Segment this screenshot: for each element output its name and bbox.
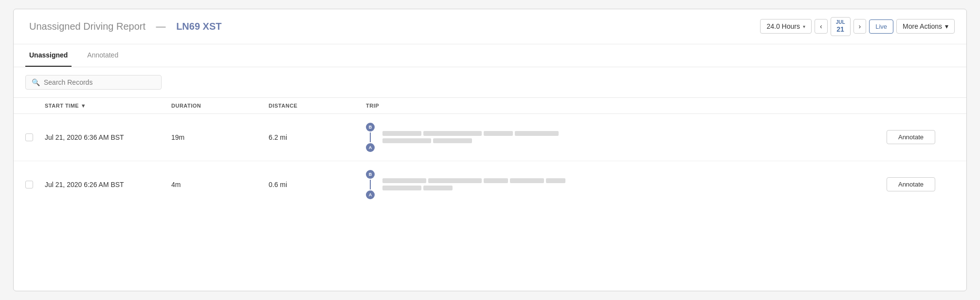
blurred-row-2 <box>382 138 559 143</box>
row-1-checkbox-cell <box>25 133 45 141</box>
more-actions-chevron-icon: ▾ <box>945 22 948 30</box>
blurred-block <box>546 178 565 183</box>
trip-point-a: A <box>366 143 375 152</box>
tab-annotated[interactable]: Annotated <box>83 44 122 67</box>
chevron-down-icon: ▾ <box>803 24 805 29</box>
row-2-trip: B A <box>366 170 887 199</box>
hours-selector-button[interactable]: 24.0 Hours ▾ <box>760 19 811 34</box>
header-controls: 24.0 Hours ▾ ‹ JUL 21 › Live More Action… <box>760 17 955 36</box>
prev-icon: ‹ <box>820 22 822 30</box>
row-1-trip: B A <box>366 123 887 152</box>
blurred-block <box>382 138 431 143</box>
search-input[interactable] <box>44 78 155 86</box>
tabs-bar: Unassigned Annotated <box>14 44 966 67</box>
main-container: Unassigned Driving Report — LN69 XST 24.… <box>13 9 967 291</box>
trip-line <box>370 132 371 142</box>
col-header-checkbox <box>25 103 45 109</box>
trip-point-a: A <box>366 190 375 199</box>
blurred-block <box>382 131 421 136</box>
blurred-block <box>510 178 544 183</box>
row-1-action-cell: Annotate <box>887 130 955 144</box>
vehicle-plate: LN69 XST <box>176 21 221 32</box>
annotate-button-2[interactable]: Annotate <box>887 177 935 191</box>
next-icon: › <box>859 22 861 30</box>
row-1-distance: 6.2 mi <box>269 133 366 141</box>
row-2-trip-blurred <box>382 178 565 190</box>
annotate-button-1[interactable]: Annotate <box>887 130 935 144</box>
search-input-wrap: 🔍 <box>25 75 162 90</box>
search-icon: 🔍 <box>32 78 40 86</box>
live-button[interactable]: Live <box>869 19 893 34</box>
col-header-action <box>887 103 955 109</box>
blurred-row-1 <box>382 178 565 183</box>
table-row: Jul 21, 2020 6:36 AM BST 19m 6.2 mi B A <box>14 114 966 161</box>
table-header: START TIME ▼ DURATION DISTANCE TRIP <box>14 98 966 114</box>
row-2-duration: 4m <box>171 181 269 188</box>
row-2-checkbox[interactable] <box>25 181 33 188</box>
row-2-trip-map: B A <box>366 170 375 199</box>
search-bar-area: 🔍 <box>14 67 966 98</box>
col-header-start-time: START TIME ▼ <box>45 103 171 109</box>
title-text: Unassigned Driving Report <box>29 21 145 32</box>
row-2-start-time: Jul 21, 2020 6:26 AM BST <box>45 181 171 188</box>
col-header-trip: TRIP <box>366 103 887 109</box>
date-button[interactable]: JUL 21 <box>831 17 851 36</box>
blurred-block <box>423 186 453 190</box>
table-body: Jul 21, 2020 6:36 AM BST 19m 6.2 mi B A <box>14 114 966 208</box>
blurred-block <box>484 178 508 183</box>
row-1-duration: 19m <box>171 133 269 141</box>
title-separator: — <box>156 21 166 32</box>
date-day: 21 <box>836 25 845 34</box>
page-header: Unassigned Driving Report — LN69 XST 24.… <box>14 9 966 44</box>
date-month: JUL <box>836 19 845 25</box>
trip-point-b: B <box>366 123 375 131</box>
trip-point-b: B <box>366 170 375 179</box>
table-row: Jul 21, 2020 6:26 AM BST 4m 0.6 mi B A <box>14 161 966 208</box>
row-2-checkbox-cell <box>25 181 45 188</box>
col-header-duration: DURATION <box>171 103 269 109</box>
col-header-distance: DISTANCE <box>269 103 366 109</box>
next-date-button[interactable]: › <box>853 19 867 34</box>
prev-date-button[interactable]: ‹ <box>815 19 828 34</box>
page-title: Unassigned Driving Report — LN69 XST <box>25 21 226 32</box>
blurred-block <box>382 178 426 183</box>
tab-unassigned[interactable]: Unassigned <box>25 44 72 67</box>
trip-line <box>370 180 371 189</box>
live-label: Live <box>875 23 887 30</box>
blurred-block <box>423 131 482 136</box>
row-1-checkbox[interactable] <box>25 133 33 141</box>
row-2-action-cell: Annotate <box>887 177 955 191</box>
blurred-block <box>484 131 513 136</box>
blurred-row-2 <box>382 186 565 190</box>
more-actions-label: More Actions <box>903 22 942 30</box>
blurred-block <box>433 138 472 143</box>
row-2-distance: 0.6 mi <box>269 181 366 188</box>
hours-label: 24.0 Hours <box>766 22 799 30</box>
blurred-block <box>382 186 421 190</box>
more-actions-button[interactable]: More Actions ▾ <box>896 19 955 34</box>
row-1-trip-blurred <box>382 131 559 143</box>
row-1-start-time: Jul 21, 2020 6:36 AM BST <box>45 133 171 141</box>
blurred-block <box>428 178 482 183</box>
row-1-trip-map: B A <box>366 123 375 152</box>
blurred-row-1 <box>382 131 559 136</box>
blurred-block <box>515 131 559 136</box>
